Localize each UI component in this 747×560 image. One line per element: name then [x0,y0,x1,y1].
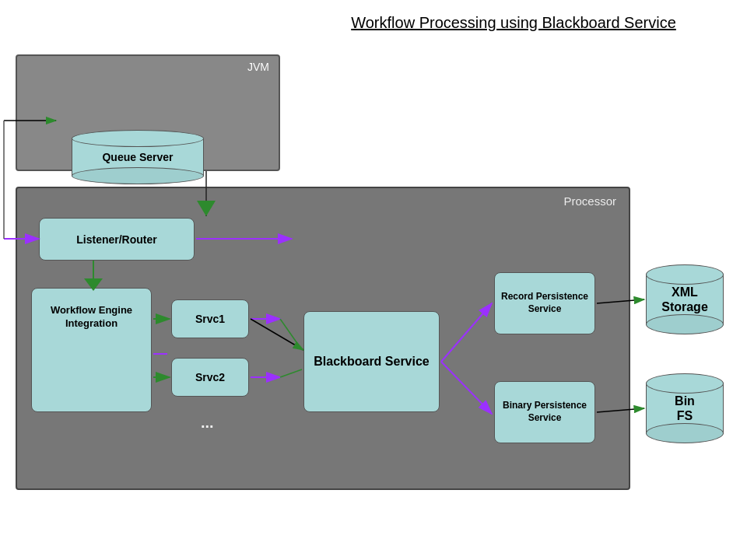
dots-label: ... [201,414,214,432]
record-persistence-box: Record Persistence Service [494,272,595,334]
binary-persistence-box: Binary Persistence Service [494,381,595,443]
srvc1-box: Srvc1 [171,299,249,338]
srvc1-label: Srvc1 [195,313,225,325]
queue-server-label: Queue Server [102,151,173,163]
workflow-engine-label: Workflow Engine Integration [32,304,151,331]
binary-persistence-label: Binary Persistence Service [495,400,594,424]
cyl-top [72,130,204,147]
srvc2-box: Srvc2 [171,358,249,397]
jvm-label: JVM [247,61,269,73]
xml-storage-label: XMLStorage [661,285,708,314]
record-persistence-label: Record Persistence Service [495,291,594,315]
listener-router-box: Listener/Router [39,218,195,261]
jvm-container: JVM Queue Server [16,54,280,171]
processor-label: Processor [563,194,616,208]
listener-router-label: Listener/Router [76,233,156,246]
cyl-bottom [72,167,204,184]
blackboard-service-label: Blackboard Service [314,354,430,370]
bin-fs-cylinder: BinFS [646,373,724,443]
diagram-title: Workflow Processing using Blackboard Ser… [288,14,739,32]
bin-fs-label: BinFS [675,394,695,423]
queue-server-cylinder: Queue Server [72,130,204,184]
xml-cyl-bottom [646,314,724,334]
bin-cyl-top [646,373,724,394]
srvc2-label: Srvc2 [195,371,225,383]
bin-cyl-bottom [646,423,724,443]
workflow-engine-box: Workflow Engine Integration BPEL [31,288,152,412]
xml-cyl-top [646,264,724,285]
xml-storage-cylinder: XMLStorage [646,264,724,334]
blackboard-service-box: Blackboard Service [303,311,440,412]
